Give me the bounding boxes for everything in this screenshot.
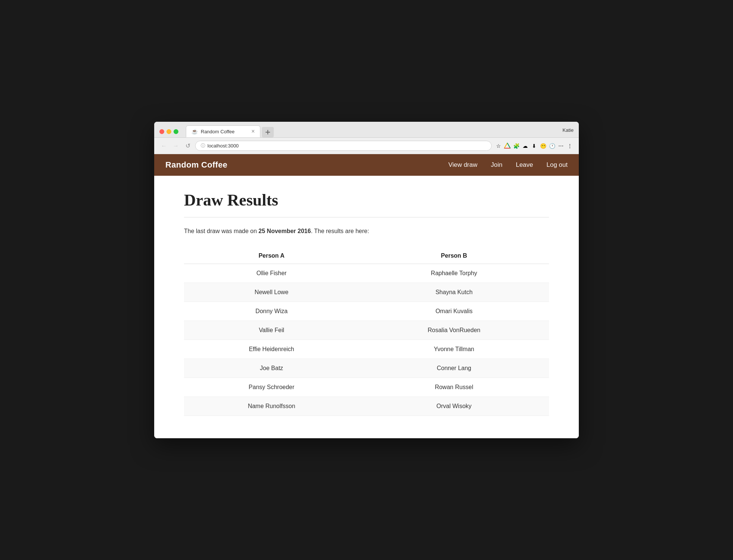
nav-view-draw[interactable]: View draw [448,161,477,169]
bookmark-icon[interactable]: ☆ [495,142,502,150]
forward-button[interactable]: → [171,141,180,150]
info-icon: ⓘ [201,143,205,149]
close-button[interactable] [159,129,164,134]
browser-extensions: ☆ 🧩 ☁ ⬇ 😶 🕐 ⋯ ⋮ [495,142,574,150]
menu-icon[interactable]: ⋮ [566,142,574,150]
person-a-cell: Joe Batz [184,359,359,378]
draw-info-suffix: . The results are here: [311,228,369,234]
person-a-cell: Name Runolfsson [184,397,359,416]
nav-log-out[interactable]: Log out [546,161,568,169]
tabs-bar: ☕ Random Coffee × [186,125,559,137]
active-tab[interactable]: ☕ Random Coffee × [186,125,260,137]
address-text: localhost:3000 [207,143,239,149]
browser-user-label: Katie [562,127,574,136]
refresh-button[interactable]: ↺ [183,141,192,150]
tab-favicon-icon: ☕ [191,128,198,134]
more-icon[interactable]: ⋯ [557,142,565,150]
person-a-cell: Ollie Fisher [184,264,359,283]
nav-leave[interactable]: Leave [516,161,533,169]
person-b-cell: Orval Wisoky [359,397,549,416]
col-header-b: Person B [359,248,549,264]
person-a-cell: Pansy Schroeder [184,378,359,397]
person-b-cell: Rosalia VonRueden [359,321,549,340]
person-b-cell: Shayna Kutch [359,283,549,302]
google-drive-icon[interactable] [504,142,511,150]
cloud-icon[interactable]: ☁ [521,142,529,150]
minimize-button[interactable] [166,129,171,134]
puzzle-icon[interactable]: 🧩 [513,142,520,150]
person-b-cell: Raphaelle Torphy [359,264,549,283]
app-brand[interactable]: Random Coffee [165,160,227,170]
face-icon[interactable]: 😶 [539,142,547,150]
back-button[interactable]: ← [159,141,168,150]
browser-addressbar: ← → ↺ ⓘ localhost:3000 ☆ 🧩 ☁ ⬇ 😶 🕐 [154,138,579,154]
table-row: Effie HeidenreichYvonne Tillman [184,340,549,359]
table-row: Ollie FisherRaphaelle Torphy [184,264,549,283]
table-row: Vallie FeilRosalia VonRueden [184,321,549,340]
person-a-cell: Effie Heidenreich [184,340,359,359]
table-row: Donny WizaOmari Kuvalis [184,302,549,321]
app-nav-links: View draw Join Leave Log out [448,161,568,169]
table-header-row: Person A Person B [184,248,549,264]
person-b-cell: Conner Lang [359,359,549,378]
address-bar[interactable]: ⓘ localhost:3000 [195,141,492,151]
person-a-cell: Newell Lowe [184,283,359,302]
tab-title: Random Coffee [201,129,235,134]
browser-titlebar: ☕ Random Coffee × Katie [154,122,579,138]
person-a-cell: Donny Wiza [184,302,359,321]
window-controls [159,129,178,134]
svg-marker-3 [504,143,510,148]
new-tab-button[interactable] [262,127,274,137]
table-row: Name RunolfssonOrval Wisoky [184,397,549,416]
divider [184,217,549,217]
draw-date: 25 November 2016 [258,228,311,234]
svg-rect-1 [266,132,270,133]
table-row: Newell LoweShayna Kutch [184,283,549,302]
person-b-cell: Yvonne Tillman [359,340,549,359]
person-b-cell: Omari Kuvalis [359,302,549,321]
page-title: Draw Results [184,191,549,210]
col-header-a: Person A [184,248,359,264]
draw-info: The last draw was made on 25 November 20… [184,228,549,235]
app-navbar: Random Coffee View draw Join Leave Log o… [154,154,579,176]
clock-icon[interactable]: 🕐 [548,142,556,150]
pocket-icon[interactable]: ⬇ [530,142,538,150]
draw-info-prefix: The last draw was made on [184,228,258,234]
person-b-cell: Rowan Russel [359,378,549,397]
maximize-button[interactable] [174,129,178,134]
nav-join[interactable]: Join [491,161,502,169]
browser-window: ☕ Random Coffee × Katie ← → ↺ ⓘ localhos… [154,122,579,438]
person-a-cell: Vallie Feil [184,321,359,340]
app-content: Draw Results The last draw was made on 2… [154,176,579,438]
results-table: Person A Person B Ollie FisherRaphaelle … [184,248,549,416]
table-row: Joe BatzConner Lang [184,359,549,378]
table-row: Pansy SchroederRowan Russel [184,378,549,397]
tab-close-icon[interactable]: × [251,128,255,135]
